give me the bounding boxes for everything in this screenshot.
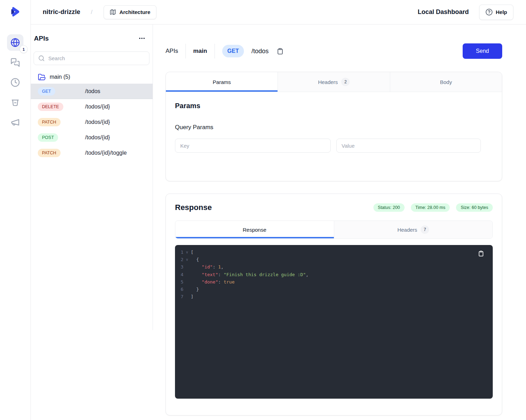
breadcrumb-api: main bbox=[193, 48, 207, 55]
clipboard-icon bbox=[277, 48, 283, 55]
endpoint-path: /todos/{id} bbox=[85, 119, 110, 125]
params-heading: Params bbox=[175, 102, 493, 110]
apis-sidebar: APIs main bbox=[31, 24, 153, 330]
code-line: 5 "done": true bbox=[175, 278, 493, 286]
method-badge: POST bbox=[38, 133, 58, 142]
request-breadcrumb: APIs main GET /todos bbox=[166, 44, 284, 58]
help-label: Help bbox=[496, 9, 507, 15]
sidebar-heading: APIs bbox=[34, 35, 49, 42]
tab-label: Params bbox=[213, 79, 231, 85]
line-number: 6 bbox=[175, 286, 183, 293]
code-text: ] bbox=[191, 293, 194, 300]
request-card: ParamsHeaders2Body Params Query Params bbox=[166, 72, 502, 181]
request-tab-body[interactable]: Body bbox=[390, 72, 502, 92]
line-number: 1 bbox=[175, 248, 183, 256]
search-box bbox=[34, 51, 149, 65]
rail-item-apis[interactable]: 1 bbox=[7, 34, 23, 51]
search-icon bbox=[38, 55, 45, 62]
tab-count-badge: 7 bbox=[421, 225, 429, 234]
response-tab-response[interactable]: Response bbox=[175, 221, 334, 238]
copy-path-button[interactable] bbox=[276, 47, 284, 55]
architecture-label: Architecture bbox=[119, 9, 150, 15]
search-input[interactable] bbox=[48, 55, 145, 61]
clock-icon bbox=[10, 78, 20, 87]
ellipsis-icon bbox=[138, 35, 146, 42]
api-folder[interactable]: main (5) bbox=[31, 71, 153, 83]
top-bar: nitric-drizzle / Architecture Local Dash… bbox=[31, 0, 526, 24]
architecture-button[interactable]: Architecture bbox=[104, 5, 156, 19]
request-tab-params[interactable]: Params bbox=[166, 72, 278, 92]
endpoint-row[interactable]: DELETE/todos/{id} bbox=[31, 99, 153, 114]
code-line: 4 "text": "Finish this drizzle guide :D"… bbox=[175, 271, 493, 278]
code-text: { bbox=[191, 256, 199, 263]
endpoint-path: /todos/{id} bbox=[85, 104, 110, 110]
code-line: 6 } bbox=[175, 286, 493, 293]
chat-bubbles-icon bbox=[10, 58, 20, 67]
response-tab-headers[interactable]: Headers7 bbox=[334, 221, 493, 238]
request-tab-headers[interactable]: Headers2 bbox=[278, 72, 390, 92]
folder-open-icon bbox=[38, 73, 46, 81]
response-code-block: 1v[2v {3 "id": 1,4 "text": "Finish this … bbox=[175, 245, 493, 399]
sidebar-menu-button[interactable] bbox=[137, 33, 147, 43]
breadcrumb-root: APIs bbox=[166, 48, 178, 55]
code-text: [ bbox=[191, 248, 194, 256]
fold-gutter bbox=[183, 278, 191, 286]
code-line: 3 "id": 1, bbox=[175, 263, 493, 271]
fold-gutter bbox=[183, 263, 191, 271]
code-text: "text": "Finish this drizzle guide :D", bbox=[191, 271, 309, 278]
api-count-badge: 1 bbox=[20, 45, 28, 53]
fold-gutter bbox=[183, 293, 191, 300]
query-params-heading: Query Params bbox=[175, 124, 493, 131]
endpoint-row[interactable]: POST/todos/{id} bbox=[31, 130, 153, 145]
rail-item-topics[interactable] bbox=[7, 114, 23, 131]
line-number: 4 bbox=[175, 271, 183, 278]
tab-label: Response bbox=[243, 227, 266, 233]
line-number: 7 bbox=[175, 293, 183, 300]
map-icon bbox=[110, 9, 116, 15]
request-panel: APIs main GET /todos Send bbox=[153, 24, 526, 420]
nitric-logo[interactable] bbox=[0, 0, 30, 24]
fold-chevron-icon[interactable]: v bbox=[183, 248, 191, 256]
response-status-badges: Status: 200Time: 28.00 msSize: 60 bytes bbox=[373, 203, 493, 212]
method-pill: GET bbox=[222, 45, 244, 57]
project-name: nitric-drizzle bbox=[43, 8, 80, 16]
rail-item-websockets[interactable] bbox=[7, 54, 23, 71]
tab-label: Headers bbox=[318, 79, 338, 85]
code-line: 2v { bbox=[175, 256, 493, 263]
endpoint-row[interactable]: PATCH/todos/{id} bbox=[31, 114, 153, 130]
divider bbox=[215, 44, 215, 58]
rail-item-schedules[interactable] bbox=[7, 74, 23, 91]
endpoint-list: GET/todosDELETE/todos/{id}PATCH/todos/{i… bbox=[31, 84, 153, 161]
query-key-input[interactable] bbox=[175, 139, 331, 153]
query-value-input[interactable] bbox=[336, 139, 481, 153]
rail-item-storage[interactable] bbox=[7, 94, 23, 111]
request-tabs: ParamsHeaders2Body bbox=[166, 72, 502, 92]
method-badge: GET bbox=[38, 87, 55, 96]
divider bbox=[185, 44, 186, 58]
code-text: "id": 1, bbox=[191, 263, 224, 271]
app-window: 1 bbox=[0, 0, 526, 420]
fold-gutter bbox=[183, 286, 191, 293]
endpoint-path: /todos bbox=[85, 88, 100, 94]
fold-chevron-icon[interactable]: v bbox=[183, 256, 191, 263]
endpoint-path: /todos/{id} bbox=[85, 134, 110, 141]
tab-label: Headers bbox=[397, 227, 417, 233]
method-badge: DELETE bbox=[38, 103, 63, 111]
method-badge: PATCH bbox=[38, 149, 61, 157]
help-circle-icon bbox=[485, 8, 493, 16]
response-heading: Response bbox=[175, 203, 212, 212]
code-text: "done": true bbox=[191, 278, 234, 286]
tab-label: Body bbox=[440, 79, 452, 85]
megaphone-icon bbox=[10, 118, 20, 127]
breadcrumb-separator: / bbox=[91, 9, 92, 16]
method-badge: PATCH bbox=[38, 118, 61, 126]
rail-nav: 1 bbox=[7, 34, 23, 131]
endpoint-row[interactable]: GET/todos bbox=[31, 84, 153, 99]
send-button[interactable]: Send bbox=[463, 43, 502, 59]
response-tabs: ResponseHeaders7 bbox=[175, 220, 493, 239]
help-button[interactable]: Help bbox=[479, 5, 513, 20]
copy-response-button[interactable] bbox=[478, 250, 484, 257]
endpoint-row[interactable]: PATCH/todos/{id}/toggle bbox=[31, 145, 153, 161]
status-badge: Size: 60 bytes bbox=[456, 203, 493, 212]
line-number: 5 bbox=[175, 278, 183, 286]
